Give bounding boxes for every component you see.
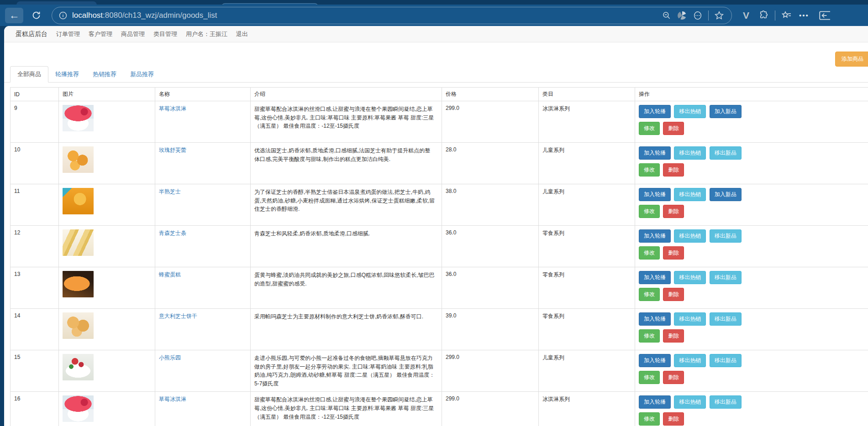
goods-image[interactable]: [63, 354, 94, 380]
toggle-new-button[interactable]: 移出新品: [710, 312, 742, 326]
goods-intro: 优选法国芝士,奶香浓郁,质地柔滑,口感细腻,法国芝士有助于提升糕点的整体口感,完…: [254, 146, 438, 163]
goods-intro: 走进小熊乐园,与可爱的小熊一起准备过冬的食物吧,摘颗草莓悬放在巧克力做的房子里,…: [254, 354, 438, 388]
toggle-new-button[interactable]: 移出新品: [710, 395, 742, 409]
goods-tabs: 全部商品 轮播推荐 热销推荐 新品推荐: [4, 67, 868, 83]
tab-carousel-recommend[interactable]: 轮播推荐: [48, 67, 86, 82]
goods-name-link[interactable]: 半熟芝士: [159, 188, 181, 195]
nav-item-categories[interactable]: 类目管理: [153, 30, 177, 38]
goods-image[interactable]: [63, 105, 94, 131]
modify-button[interactable]: 修改: [639, 163, 660, 177]
browser-tab[interactable]: [16, 1, 97, 5]
zoom-out-button[interactable]: [659, 9, 674, 22]
modify-button[interactable]: 修改: [639, 205, 660, 218]
extensions-button[interactable]: [755, 8, 772, 23]
remove-hot-button[interactable]: 移出热销: [674, 312, 706, 326]
goods-name-link[interactable]: 蜂蜜蛋糕: [159, 271, 181, 278]
modify-button[interactable]: 修改: [639, 288, 660, 301]
add-carousel-button[interactable]: 加入轮播: [639, 105, 671, 118]
add-carousel-button[interactable]: 加入轮播: [639, 395, 671, 409]
table-row: 13 蜂蜜蛋糕 蛋黄与蜂蜜,淡奶油共同成就的美妙之旅,口感Q糯浓郁,回味悠软柔长…: [11, 267, 868, 309]
table-row: 14 意大利芝士饼干 采用帕玛森芝士为主要原材料制作的意大利芝士饼,奶香浓郁,酥…: [11, 309, 868, 350]
goods-name-link[interactable]: 意大利芝士饼干: [159, 313, 197, 319]
tab-new-recommend[interactable]: 新品推荐: [123, 67, 161, 82]
goods-image[interactable]: [63, 312, 94, 339]
browser-tab-strip: [0, 0, 868, 5]
reload-button[interactable]: [27, 8, 45, 23]
goods-name-link[interactable]: 草莓冰淇淋: [159, 105, 186, 112]
add-carousel-button[interactable]: 加入轮播: [639, 354, 671, 367]
col-price: 价格: [442, 88, 539, 101]
goods-id: 10: [11, 143, 59, 184]
add-carousel-button[interactable]: 加入轮播: [639, 229, 671, 243]
add-carousel-button[interactable]: 加入轮播: [639, 271, 671, 284]
nav-item-goods[interactable]: 商品管理: [121, 30, 145, 38]
goods-table: ID 图片 名称 介绍 价格 类目 操作 9 草莓冰淇淋 甜蜜草莓配合冰淇淋的丝…: [10, 87, 868, 426]
modify-button[interactable]: 修改: [639, 412, 660, 426]
goods-image[interactable]: [63, 146, 94, 173]
delete-button[interactable]: 删除: [663, 205, 684, 218]
delete-button[interactable]: 删除: [663, 412, 684, 426]
toggle-new-button[interactable]: 移出新品: [710, 354, 742, 367]
modify-button[interactable]: 修改: [639, 246, 660, 260]
delete-button[interactable]: 删除: [663, 288, 684, 301]
brand-title[interactable]: 蛋糕店后台: [16, 30, 47, 38]
goods-name-link[interactable]: 小熊乐园: [159, 354, 181, 361]
goods-category: 冰淇淋系列: [539, 101, 635, 143]
goods-intro: 为了保证芝士的香醇,半熟芝士借鉴日本温泉煮鸡蛋的做法,把芝士,牛奶,鸡蛋,天然奶…: [254, 188, 438, 213]
goods-name-link[interactable]: 青森芝士条: [159, 230, 186, 236]
logout-link[interactable]: 退出: [236, 30, 248, 38]
tab-all-goods[interactable]: 全部商品: [10, 66, 48, 83]
col-category: 类目: [539, 88, 635, 101]
goods-image[interactable]: [63, 271, 94, 297]
modify-button[interactable]: 修改: [639, 122, 660, 135]
nav-item-orders[interactable]: 订单管理: [56, 30, 80, 38]
tab-hot-recommend[interactable]: 热销推荐: [86, 67, 123, 82]
goods-price: 299.0: [442, 101, 539, 143]
add-carousel-button[interactable]: 加入轮播: [639, 188, 671, 201]
goods-name-link[interactable]: 玫瑰舒芙蕾: [159, 147, 186, 153]
extension-pinwheel-button[interactable]: [674, 9, 690, 22]
remove-hot-button[interactable]: 移出热销: [674, 229, 706, 243]
add-goods-button[interactable]: 添加商品: [835, 52, 868, 67]
delete-button[interactable]: 删除: [663, 329, 684, 343]
remove-hot-button[interactable]: 移出热销: [674, 146, 706, 160]
delete-button[interactable]: 删除: [663, 163, 684, 177]
toggle-new-button[interactable]: 移出新品: [710, 229, 742, 243]
delete-button[interactable]: 删除: [663, 246, 684, 260]
goods-name-link[interactable]: 草莓冰淇淋: [159, 396, 186, 402]
remove-hot-button[interactable]: 移出热销: [674, 105, 706, 118]
remove-hot-button[interactable]: 移出热销: [674, 271, 706, 284]
page-content: 蛋糕店后台 订单管理 客户管理 商品管理 类目管理 用户名：王振江 退出 添加商…: [4, 26, 868, 426]
toggle-new-button[interactable]: 加入新品: [710, 188, 742, 201]
back-button[interactable]: ←: [5, 8, 23, 23]
divider: [708, 10, 709, 21]
add-carousel-button[interactable]: 加入轮播: [639, 312, 671, 326]
remove-hot-button[interactable]: 移出热销: [674, 354, 706, 367]
remove-hot-button[interactable]: 移出热销: [674, 395, 706, 409]
collections-button[interactable]: [778, 8, 795, 23]
more-tools-button[interactable]: [690, 9, 705, 22]
modify-button[interactable]: 修改: [639, 329, 660, 343]
sidebar-panel-button[interactable]: [815, 8, 833, 23]
modify-button[interactable]: 修改: [639, 371, 660, 384]
goods-image[interactable]: [63, 229, 94, 256]
info-icon[interactable]: [58, 11, 68, 20]
add-carousel-button[interactable]: 加入轮播: [639, 146, 671, 160]
settings-menu-button[interactable]: •••: [795, 8, 813, 23]
remove-hot-button[interactable]: 移出热销: [674, 188, 706, 201]
toggle-new-button[interactable]: 加入新品: [710, 105, 742, 118]
username-label: 用户名：王振江: [186, 30, 227, 38]
divider: [775, 10, 775, 21]
delete-button[interactable]: 删除: [663, 122, 684, 135]
delete-button[interactable]: 删除: [663, 371, 684, 384]
goods-image[interactable]: [63, 395, 94, 422]
vue-devtools-button[interactable]: V: [737, 8, 755, 23]
goods-image[interactable]: [63, 188, 94, 214]
nav-item-customers[interactable]: 客户管理: [89, 30, 112, 38]
url-text[interactable]: localhost:8080/ch13_wzj/admin/goods_list: [72, 11, 659, 20]
toggle-new-button[interactable]: 移出新品: [710, 271, 742, 284]
favorite-button[interactable]: [711, 9, 727, 22]
address-bar[interactable]: localhost:8080/ch13_wzj/admin/goods_list: [52, 7, 732, 24]
circle-ellipsis-icon: [693, 10, 703, 21]
toggle-new-button[interactable]: 移出新品: [710, 146, 742, 160]
